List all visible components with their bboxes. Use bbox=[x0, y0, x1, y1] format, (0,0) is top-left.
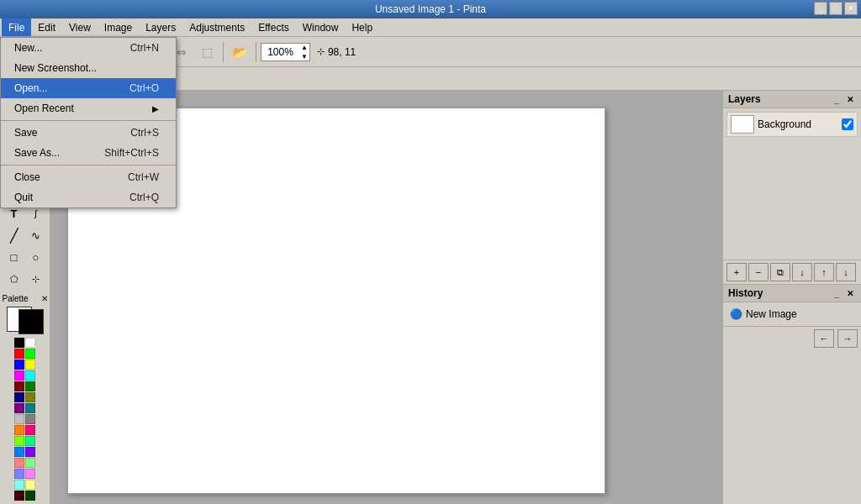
palette-grid bbox=[14, 338, 35, 501]
layer-down-btn[interactable]: ↓ bbox=[836, 263, 856, 281]
palette-color-swatch[interactable] bbox=[25, 360, 35, 370]
palette-color-swatch[interactable] bbox=[14, 425, 24, 435]
layer-name: Background bbox=[758, 118, 838, 130]
palette-color-swatch[interactable] bbox=[25, 436, 35, 446]
palette-color-swatch[interactable] bbox=[14, 458, 24, 468]
menu-new-label: New... bbox=[14, 42, 42, 54]
palette-color-swatch[interactable] bbox=[25, 392, 35, 402]
zoom-arrows[interactable]: ▲ ▼ bbox=[299, 43, 309, 61]
history-item[interactable]: 🔵 New Image bbox=[726, 306, 858, 323]
zoom-input[interactable]: 100% bbox=[261, 46, 299, 58]
palette-color-swatch[interactable] bbox=[25, 381, 35, 391]
freeform-tool[interactable]: ⬠ bbox=[4, 269, 24, 289]
zoom-down-arrow[interactable]: ▼ bbox=[299, 52, 309, 61]
history-back-btn[interactable]: ← bbox=[814, 329, 834, 348]
palette-color-swatch[interactable] bbox=[14, 338, 24, 348]
menu-layers[interactable]: Layers bbox=[139, 18, 182, 36]
menu-quit[interactable]: Quit Ctrl+Q bbox=[1, 187, 176, 207]
palette-color-swatch[interactable] bbox=[14, 349, 24, 359]
layers-panel-controls[interactable]: _ ✕ bbox=[831, 93, 856, 105]
add-layer-btn[interactable]: + bbox=[726, 263, 747, 281]
layer-up-btn[interactable]: ↑ bbox=[814, 263, 834, 281]
palette-color-swatch[interactable] bbox=[25, 491, 35, 501]
history-close-btn[interactable]: ✕ bbox=[844, 287, 856, 299]
menu-new-screenshot-label: New Screenshot... bbox=[14, 62, 97, 74]
layers-minimize-btn[interactable]: _ bbox=[831, 93, 843, 105]
history-minimize-btn[interactable]: _ bbox=[831, 287, 843, 299]
palette-color-swatch[interactable] bbox=[25, 469, 35, 479]
curve-tool[interactable]: ∿ bbox=[26, 225, 46, 245]
line-tool[interactable]: ╱ bbox=[4, 225, 24, 245]
maximize-button[interactable]: □ bbox=[829, 2, 843, 15]
history-panel-header: History _ ✕ bbox=[723, 285, 861, 302]
rectangle-tool[interactable]: □ bbox=[4, 247, 24, 267]
menu-open-shortcut: Ctrl+O bbox=[129, 82, 159, 94]
ellipse-tool[interactable]: ○ bbox=[26, 247, 46, 267]
palette-color-swatch[interactable] bbox=[25, 403, 35, 413]
open-button[interactable]: 📂 bbox=[228, 40, 251, 64]
palette-color-swatch[interactable] bbox=[14, 392, 24, 402]
window-controls[interactable]: _ □ ✕ bbox=[814, 2, 858, 15]
deselect-button[interactable]: ⬚ bbox=[195, 40, 219, 64]
history-panel-controls[interactable]: _ ✕ bbox=[831, 287, 856, 299]
menu-edit[interactable]: Edit bbox=[31, 18, 62, 36]
palette-color-swatch[interactable] bbox=[25, 425, 35, 435]
delete-layer-btn[interactable]: − bbox=[748, 263, 769, 281]
palette-color-swatch[interactable] bbox=[14, 491, 24, 501]
history-forward-btn[interactable]: → bbox=[837, 329, 858, 348]
zoom-up-arrow[interactable]: ▲ bbox=[299, 43, 309, 52]
palette-color-swatch[interactable] bbox=[25, 458, 35, 468]
extra-tool[interactable]: ⊹ bbox=[26, 269, 46, 289]
palette-color-swatch[interactable] bbox=[14, 447, 24, 457]
layers-close-btn[interactable]: ✕ bbox=[844, 93, 856, 105]
menu-new-screenshot[interactable]: New Screenshot... bbox=[1, 58, 176, 78]
color-swatches bbox=[7, 307, 44, 334]
palette-color-swatch[interactable] bbox=[14, 370, 24, 381]
menu-new[interactable]: New... Ctrl+N bbox=[1, 38, 176, 58]
menu-view[interactable]: View bbox=[62, 18, 98, 36]
menu-file[interactable]: File bbox=[2, 18, 31, 36]
menu-close[interactable]: Close Ctrl+W bbox=[1, 167, 176, 187]
palette-color-swatch[interactable] bbox=[14, 469, 24, 479]
menu-open-recent[interactable]: Open Recent ▶ bbox=[1, 98, 176, 118]
coords-value: 98, 11 bbox=[328, 46, 356, 58]
menu-save[interactable]: Save Ctrl+S bbox=[1, 123, 176, 143]
close-button[interactable]: ✕ bbox=[844, 2, 858, 15]
palette-color-swatch[interactable] bbox=[14, 436, 24, 446]
palette-color-swatch[interactable] bbox=[14, 480, 24, 490]
menu-save-as-label: Save As... bbox=[14, 147, 60, 159]
palette-color-swatch[interactable] bbox=[14, 414, 24, 424]
window-title: Unsaved Image 1 - Pinta bbox=[375, 3, 486, 15]
palette-close-btn[interactable]: ✕ bbox=[41, 294, 48, 303]
menu-quit-label: Quit bbox=[14, 192, 33, 203]
palette-color-swatch[interactable] bbox=[14, 381, 24, 391]
duplicate-layer-btn[interactable]: ⧉ bbox=[770, 263, 790, 281]
right-panel: Layers _ ✕ Background + − ⧉ ↓ ↑ ↓ bbox=[722, 91, 861, 504]
menu-window[interactable]: Window bbox=[296, 18, 346, 36]
menu-open[interactable]: Open... Ctrl+O bbox=[1, 78, 176, 98]
palette-color-swatch[interactable] bbox=[25, 480, 35, 490]
foreground-color-swatch[interactable] bbox=[18, 309, 44, 334]
palette-color-swatch[interactable] bbox=[14, 403, 24, 413]
coordinates-display: ⊹ 98, 11 bbox=[317, 46, 356, 58]
palette-color-swatch[interactable] bbox=[25, 349, 35, 359]
palette-color-swatch[interactable] bbox=[25, 414, 35, 424]
zoom-control[interactable]: 100% ▲ ▼ bbox=[261, 43, 310, 61]
menu-adjustments[interactable]: Adjustments bbox=[182, 18, 251, 36]
palette-color-swatch[interactable] bbox=[25, 338, 35, 348]
menu-save-shortcut: Ctrl+S bbox=[130, 127, 159, 139]
menu-open-label: Open... bbox=[14, 82, 47, 94]
layer-visibility-checkbox[interactable] bbox=[842, 118, 853, 130]
palette-color-swatch[interactable] bbox=[25, 447, 35, 457]
palette-color-swatch[interactable] bbox=[14, 360, 24, 370]
menu-help[interactable]: Help bbox=[345, 18, 379, 36]
palette-color-swatch[interactable] bbox=[25, 370, 35, 381]
layer-item[interactable]: Background bbox=[726, 112, 858, 137]
minimize-button[interactable]: _ bbox=[814, 2, 827, 15]
menu-effects[interactable]: Effects bbox=[251, 18, 295, 36]
menubar: File Edit View Image Layers Adjustments … bbox=[0, 18, 861, 37]
menu-save-as[interactable]: Save As... Shift+Ctrl+S bbox=[1, 143, 176, 163]
layers-title: Layers bbox=[728, 93, 761, 105]
merge-layer-btn[interactable]: ↓ bbox=[792, 263, 812, 281]
menu-image[interactable]: Image bbox=[98, 18, 139, 36]
